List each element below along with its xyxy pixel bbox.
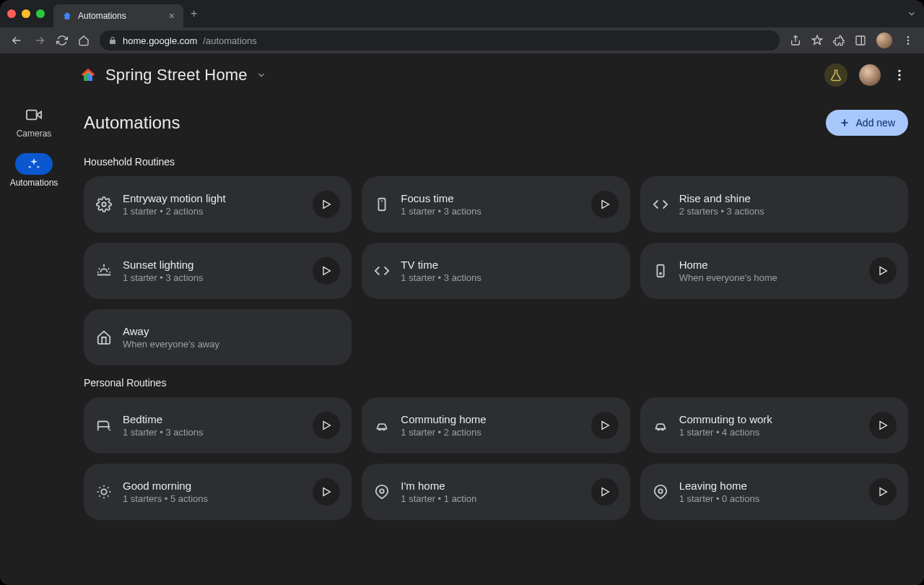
routine-icon [95,417,113,433]
routine-card[interactable]: Sunset lighting1 starter • 3 actions [84,243,352,299]
maximize-window-button[interactable] [36,9,45,18]
experiments-button[interactable] [824,64,847,87]
routine-card[interactable]: Bedtime1 starter • 3 actions [84,397,352,454]
home-name[interactable]: Spring Street Home [105,66,248,84]
bookmark-icon[interactable] [811,35,823,46]
routine-icon [95,484,113,500]
browser-tab[interactable]: Automations × [53,4,183,27]
car-icon [653,417,668,433]
home-button[interactable] [78,35,90,46]
routine-icon [373,417,391,433]
routine-title: Sunset lighting [123,259,302,271]
routine-subtitle: 1 starter • 2 actions [401,427,580,438]
plus-icon [839,117,850,129]
section-title: Personal Routines [84,377,908,389]
browser-tab-strip: Automations × + [0,0,924,27]
gear-icon [96,196,112,212]
user-avatar[interactable] [859,64,881,86]
toolbar-actions [790,32,914,48]
back-button[interactable] [10,34,23,47]
routine-card[interactable]: Commuting to work1 starter • 4 actions [640,397,908,454]
minimize-window-button[interactable] [22,9,30,18]
routine-card[interactable]: Commuting home1 starter • 2 actions [362,397,629,454]
close-window-button[interactable] [7,9,16,18]
flask-icon [829,69,842,82]
svg-rect-7 [27,110,37,120]
close-tab-icon[interactable]: × [169,10,175,22]
run-routine-button[interactable] [869,412,897,439]
svg-point-3 [907,43,910,45]
reload-button[interactable] [56,35,68,46]
run-routine-button[interactable] [591,191,619,218]
routine-icon [95,329,113,345]
url-host: home.google.com [123,35,197,46]
routine-icon [652,417,669,433]
bed-icon [96,417,112,433]
forward-button[interactable] [33,34,46,47]
svg-point-1 [907,36,910,38]
code-icon [653,196,668,212]
routine-subtitle: 1 starter • 1 action [401,493,580,504]
routine-card[interactable]: HomeWhen everyone's home [640,243,908,299]
routine-card[interactable]: AwayWhen everyone's away [84,309,352,365]
chevron-down-icon[interactable] [256,70,266,80]
sidepanel-icon[interactable] [855,35,866,46]
run-routine-button[interactable] [313,191,340,218]
add-new-button[interactable]: Add new [826,110,908,136]
routine-card[interactable]: Entryway motion light1 starter • 2 actio… [84,176,352,233]
routine-icon [95,196,113,212]
sunset-icon [96,263,112,279]
routine-subtitle: 1 starter • 4 actions [679,427,859,438]
run-routine-button[interactable] [869,257,897,285]
svg-point-12 [101,489,106,494]
app-root: Spring Street Home Cameras Automations A… [0,53,924,585]
sun-icon [96,484,112,500]
routine-card[interactable]: TV time1 starter • 3 actions [362,243,629,299]
play-icon [321,265,332,277]
profile-avatar[interactable] [876,32,892,48]
routine-card[interactable]: I'm home1 starter • 1 action [362,464,629,520]
content-area: Automations Add new Household RoutinesEn… [68,97,924,585]
routine-card[interactable]: Leaving home1 starter • 0 actions [640,464,908,520]
google-home-favicon-icon [62,11,72,21]
svg-rect-0 [856,36,865,45]
tabs-dropdown-icon[interactable] [907,9,917,19]
app-menu-button[interactable] [892,68,907,82]
play-icon [599,486,611,498]
svg-point-5 [898,74,900,76]
address-bar[interactable]: home.google.com/automations [100,30,780,51]
run-routine-button[interactable] [313,257,340,285]
run-routine-button[interactable] [313,478,340,506]
play-icon [877,486,889,498]
routine-icon [652,196,669,212]
routine-card[interactable]: Rise and shine2 starters • 3 actions [640,176,908,233]
away-icon [96,329,112,345]
browser-menu-icon[interactable] [902,35,914,46]
play-icon [599,420,611,431]
sidebar-item-automations[interactable]: Automations [10,153,58,188]
camera-icon [26,107,42,123]
run-routine-button[interactable] [313,412,340,439]
routine-grid: Bedtime1 starter • 3 actionsCommuting ho… [84,397,908,520]
section-title: Household Routines [84,156,908,168]
routine-subtitle: 1 starter • 3 actions [401,272,618,283]
routine-card[interactable]: Focus time1 starter • 3 actions [362,176,629,233]
routine-icon [373,484,391,500]
routine-subtitle: When everyone's away [123,339,340,350]
run-routine-button[interactable] [591,412,619,439]
run-routine-button[interactable] [869,478,897,506]
routine-subtitle: 1 starters • 5 actions [123,493,302,504]
routine-card[interactable]: Good morning1 starters • 5 actions [84,464,352,520]
svg-point-8 [102,202,106,207]
new-tab-button[interactable]: + [191,7,197,20]
routine-title: Commuting to work [679,413,859,425]
routine-title: Away [123,325,340,337]
tab-title: Automations [78,11,126,21]
svg-point-2 [907,40,910,42]
extensions-icon[interactable] [833,35,845,46]
share-icon[interactable] [790,35,801,46]
sidebar-item-cameras[interactable]: Cameras [15,104,53,139]
svg-point-6 [898,78,900,80]
run-routine-button[interactable] [591,478,619,506]
home-device-icon [653,263,668,279]
